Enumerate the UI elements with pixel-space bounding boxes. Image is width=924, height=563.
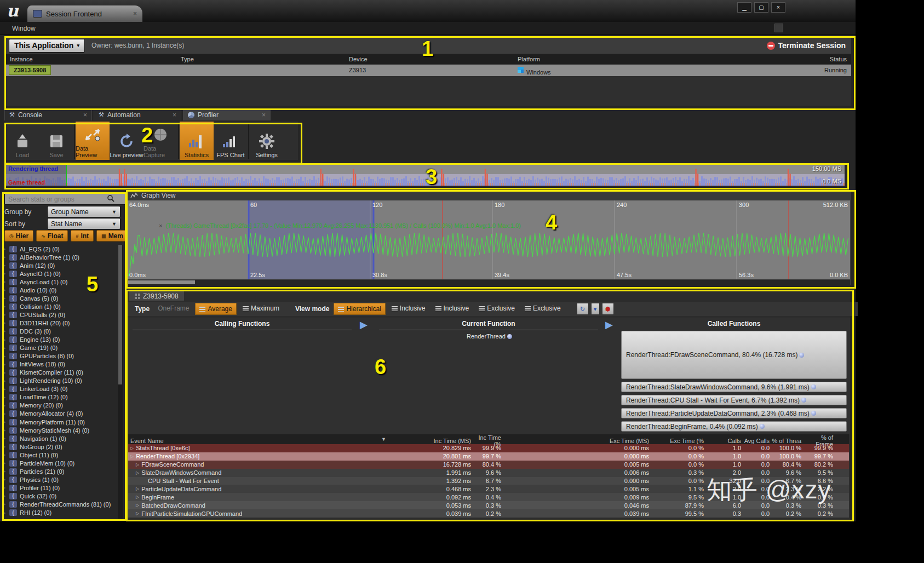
stat-group-item[interactable]: ▷{Physics (1) (0) bbox=[2, 475, 115, 484]
type-oneframe-button[interactable]: OneFrame bbox=[154, 303, 193, 314]
stat-group-item[interactable]: ▷{MemoryStaticMesh (4) (0) bbox=[2, 426, 115, 434]
expand-arrow-icon[interactable]: ▷ bbox=[2, 279, 7, 284]
sort-by-dropdown[interactable]: Stat Name ▼ bbox=[47, 218, 120, 229]
event-row-slatedrawwindowscommand[interactable]: ▷SlateDrawWindowsCommand1.991 ms9.6 %0.0… bbox=[128, 469, 849, 477]
stat-group-item[interactable]: ▷{Object (11) (0) bbox=[2, 451, 115, 459]
menu-window[interactable]: Window bbox=[12, 25, 36, 32]
expand-arrow-icon[interactable]: ▷ bbox=[2, 337, 7, 342]
current-function-item[interactable]: RenderThread bbox=[467, 333, 512, 340]
tab-console[interactable]: ⚒ Console × bbox=[4, 108, 92, 120]
forward-arrow-icon[interactable]: ▶ bbox=[360, 319, 368, 331]
stat-group-item[interactable]: ▷{LightRendering (10) (0) bbox=[2, 377, 115, 385]
stat-group-item[interactable]: ▷{InitViews (18) (0) bbox=[2, 360, 115, 369]
expand-arrow-icon[interactable]: ▷ bbox=[2, 329, 7, 334]
expand-arrow-icon[interactable]: ▷ bbox=[2, 354, 7, 359]
expand-arrow-icon[interactable]: ▷ bbox=[136, 462, 139, 467]
stat-group-item[interactable]: ▷{MemoryAllocator (4) (0) bbox=[2, 410, 115, 418]
scrollbar-thumb[interactable] bbox=[118, 245, 122, 384]
graph-series-legend[interactable]: ×(Threads) GameThread [0x2fac] 17.70 - (… bbox=[159, 222, 521, 229]
stat-group-item[interactable]: ▷{MemoryPlatform (11) (0) bbox=[2, 418, 115, 426]
expand-arrow-icon[interactable]: ▷ bbox=[136, 486, 139, 491]
stat-group-item[interactable]: ▷{Anim (12) (0) bbox=[2, 261, 115, 269]
stat-group-item[interactable]: ▷{Quick (32) (0) bbox=[2, 492, 115, 500]
expand-arrow-icon[interactable]: ▷ bbox=[2, 461, 7, 466]
col-platform[interactable]: Platform bbox=[518, 56, 540, 62]
filter-button-float[interactable]: ∿Float bbox=[36, 230, 68, 242]
group-by-dropdown[interactable]: Group Name ▼ bbox=[47, 206, 120, 217]
expand-arrow-icon[interactable]: ▷ bbox=[2, 452, 7, 457]
expand-arrow-icon[interactable]: ▷ bbox=[2, 420, 7, 424]
expand-arrow-icon[interactable]: ▷ bbox=[2, 428, 7, 433]
history-button[interactable]: ↻ bbox=[577, 303, 589, 315]
expand-arrow-icon[interactable]: ▷ bbox=[2, 255, 7, 260]
terminate-session-button[interactable]: Terminate Session bbox=[767, 41, 846, 50]
expand-arrow-icon[interactable]: ▷ bbox=[2, 296, 7, 301]
toolbar-button-save[interactable]: Save bbox=[39, 122, 73, 160]
tab-close-icon[interactable]: × bbox=[133, 10, 137, 18]
expand-arrow-icon[interactable]: ▷ bbox=[2, 436, 7, 441]
expand-arrow-icon[interactable]: ▷ bbox=[136, 470, 139, 475]
toolbar-button-data-capture[interactable]: Data Capture bbox=[144, 122, 177, 160]
expand-arrow-icon[interactable]: ▷ bbox=[2, 263, 7, 268]
view-hierarchical-button[interactable]: Hierarchical bbox=[334, 303, 385, 315]
col-instance[interactable]: Instance bbox=[10, 56, 33, 62]
expand-arrow-icon[interactable]: ▷ bbox=[2, 502, 7, 507]
toolbar-button-data-preview[interactable]: Data Preview bbox=[76, 122, 110, 160]
menu-overflow-icon[interactable] bbox=[774, 24, 783, 32]
stat-group-item[interactable]: ▷{RenderThreadCommands (81) (0) bbox=[2, 500, 115, 508]
expand-arrow-icon[interactable]: ▷ bbox=[2, 362, 7, 367]
stat-group-item[interactable]: ▷{NoGroup (2) (0) bbox=[2, 443, 115, 451]
instance-doc-tab[interactable]: Z3913-5908 bbox=[129, 291, 184, 301]
called-function-box[interactable]: RenderThread:SlateDrawWindowsCommand, 9.… bbox=[621, 382, 847, 392]
expand-arrow-icon[interactable]: ▷ bbox=[2, 387, 7, 392]
session-instance-row[interactable]: Z3913-5908 Z3913 Windows Running bbox=[5, 65, 851, 76]
stat-group-item[interactable]: ▷{Collision (1) (0) bbox=[2, 302, 115, 311]
stat-group-item[interactable]: ▷{Particles (21) (0) bbox=[2, 467, 115, 475]
view-exclusive-button[interactable]: Exclusive bbox=[521, 303, 565, 314]
tab-automation[interactable]: ⚒ Automation × bbox=[94, 108, 181, 120]
type-maximum-button[interactable]: Maximum bbox=[239, 303, 283, 314]
expand-arrow-icon[interactable]: ▷ bbox=[2, 395, 7, 400]
session-filter-dropdown[interactable]: This Application ▾ bbox=[9, 39, 85, 53]
stat-group-item[interactable]: ▷{AsyncLoad (1) (0) bbox=[2, 278, 115, 286]
col-type[interactable]: Type bbox=[181, 56, 194, 62]
close-icon[interactable]: × bbox=[771, 2, 785, 13]
expand-arrow-icon[interactable]: ▷ bbox=[2, 320, 7, 325]
dropdown-arrow-icon[interactable]: ▾ bbox=[591, 303, 600, 315]
stat-group-item[interactable]: ▷{LoadTime (12) (0) bbox=[2, 393, 115, 401]
expand-arrow-icon[interactable]: ▷ bbox=[2, 346, 7, 351]
stat-group-item[interactable]: ▷{RHI (12) (0) bbox=[2, 509, 115, 517]
event-row-cpu-stall-wait-for-event[interactable]: CPU Stall - Wait For Event1.392 ms6.7 %0… bbox=[128, 477, 849, 485]
legend-remove-icon[interactable]: × bbox=[159, 222, 162, 229]
col-device[interactable]: Device bbox=[349, 56, 368, 62]
expand-arrow-icon[interactable]: ▷ bbox=[2, 403, 7, 408]
expand-arrow-icon[interactable]: ▷ bbox=[2, 288, 7, 292]
sort-indicator-icon[interactable]: ▼ bbox=[381, 436, 386, 442]
toolbar-button-live-preview[interactable]: Live preview bbox=[110, 122, 144, 160]
view-inclusive-button[interactable]: Inclusive bbox=[388, 303, 429, 314]
called-function-box[interactable]: RenderThread:FDrawSceneCommand, 80.4% (1… bbox=[621, 331, 847, 379]
minimize-icon[interactable]: ▁ bbox=[737, 2, 751, 13]
view-inclusive-button[interactable]: Inclusive bbox=[432, 303, 473, 314]
stat-group-item[interactable]: ▷{Canvas (5) (0) bbox=[2, 294, 115, 302]
filter-button-int[interactable]: #Int bbox=[71, 230, 94, 242]
toolbar-button-settings[interactable]: Settings bbox=[250, 122, 284, 160]
toolbar-button-load[interactable]: Load bbox=[5, 122, 39, 160]
expand-arrow-icon[interactable]: ▷ bbox=[2, 411, 7, 416]
event-row-renderthread-0x2934[interactable]: ▷RenderThread [0x2934]20.801 ms99.7 %0.0… bbox=[128, 452, 849, 461]
expand-arrow-icon[interactable]: ▷ bbox=[136, 503, 139, 508]
stat-group-item[interactable]: ▷{D3D11RHI (20) (0) bbox=[2, 319, 115, 327]
stat-group-item[interactable]: ▷{Profiler (11) (0) bbox=[2, 484, 115, 492]
maximize-icon[interactable]: ▢ bbox=[754, 2, 768, 13]
stat-group-item[interactable]: ▷{Navigation (1) (0) bbox=[2, 434, 115, 443]
col-status[interactable]: Status bbox=[830, 56, 847, 62]
called-function-box[interactable]: RenderThread:CPU Stall - Wait For Event,… bbox=[621, 395, 847, 405]
stat-group-item[interactable]: ▷{Game (19) (0) bbox=[2, 344, 115, 352]
event-row-particleupdatedatacommand[interactable]: ▷ParticleUpdateDataCommand0.468 ms2.3 %0… bbox=[128, 485, 849, 493]
stat-group-item[interactable]: ▷{LinkerLoad (3) (0) bbox=[2, 385, 115, 393]
stat-group-item[interactable]: ▷{Engine (13) (0) bbox=[2, 336, 115, 344]
graph-plot[interactable]: 64.0ms 512.0 KB 0.0 KB ×(Threads) GameTh… bbox=[127, 200, 850, 279]
filter-button-mem[interactable]: ▦Mem bbox=[96, 230, 128, 242]
stat-group-item[interactable]: ▷{Audio (10) (0) bbox=[2, 286, 115, 294]
expand-arrow-icon[interactable]: ▷ bbox=[2, 493, 7, 498]
